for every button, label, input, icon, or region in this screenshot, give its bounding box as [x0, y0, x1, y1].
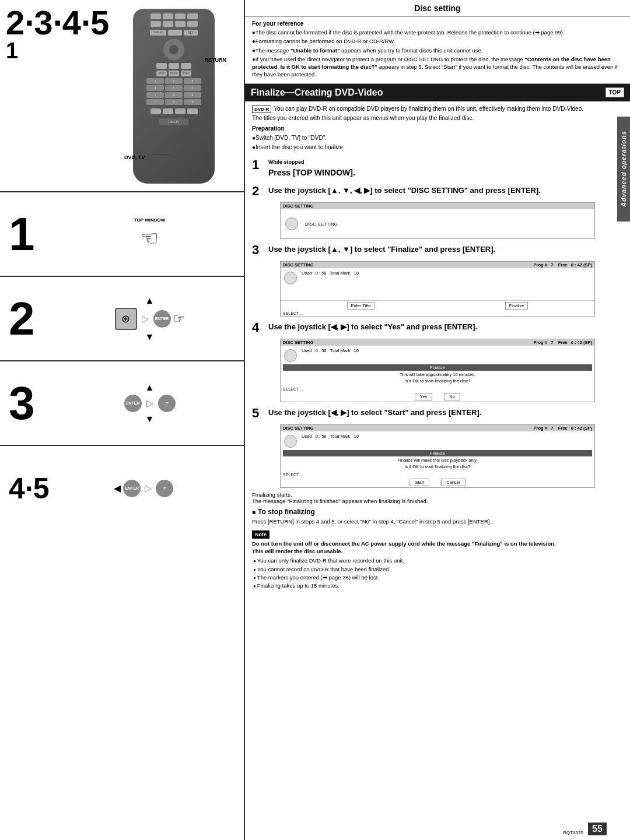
remote-digit-star: *: [146, 99, 164, 105]
instr-step-3-text: Use the joystick [▲, ▼] to select "Final…: [268, 244, 623, 255]
screen-3-select: SELECT ...: [281, 311, 594, 316]
to-stop-text: Press [RETURN] in steps 4 and 5, or sele…: [252, 518, 623, 525]
no-btn[interactable]: No: [444, 393, 460, 400]
arrow-left-step45: ◀: [114, 483, 121, 494]
right-panel: Disc setting For your reference ●The dis…: [245, 0, 630, 840]
finalize-btn[interactable]: Finalize: [505, 302, 528, 310]
note-bullet-2: You cannot record on DVD-R that have bee…: [253, 565, 623, 574]
finalize-title: Finalize—Creating DVD-Video: [251, 87, 383, 98]
remote-btn: [175, 21, 186, 27]
remote-digit-5: 5: [165, 85, 183, 91]
disc-setting-title: Disc setting: [414, 3, 460, 13]
remote-digit-0: 0: [165, 99, 183, 105]
enter-hand-icon: ☞: [165, 401, 169, 406]
screen-2-disc-setting-label: DISC SETTING: [283, 203, 314, 209]
instr-step-4-text: Use the joystick [◀, ▶] to select "Yes" …: [268, 321, 623, 333]
note-bullet-1: You can only finalize DVD-R that were re…: [253, 557, 623, 565]
remote-btn: [187, 13, 198, 19]
remote-body: DISPLAY RET STOP PA: [133, 9, 215, 184]
preparation-title: Preparation: [252, 125, 623, 133]
instr-step-num-4: 4: [252, 321, 265, 334]
arrow-down-step3: ▼: [145, 414, 155, 424]
finalize-header: Finalize—Creating DVD-Video TOP: [245, 84, 630, 101]
note-bullet-4: Finalizing takes up to 15 minutes.: [253, 582, 623, 590]
screen-3-used: Used 0 : 58 Total Mark 10: [302, 270, 359, 276]
return-label: RETURN: [205, 57, 227, 63]
instruction-step-4: 4 Use the joystick [◀, ▶] to select "Yes…: [252, 321, 623, 334]
instruction-step-3: 3 Use the joystick [▲, ▼] to select "Fin…: [252, 244, 623, 256]
hand-icon-step1: ☜: [140, 226, 159, 251]
to-stop-title: To stop finalizing: [252, 508, 623, 516]
remote-btn: [175, 13, 186, 19]
screen-3-prog: Prog # 7 Free 0 : 42 (SP): [534, 262, 592, 268]
screen-5-header: DISC SETTING Prog # 7 Free 0 : 42 (SP): [281, 425, 594, 431]
screen-5-body-text: Finalize will make this disc playback on…: [283, 458, 592, 470]
instr-step-text-2: Use the joystick [▲, ▼, ◀, ▶] to select …: [268, 185, 623, 196]
screen-4-select: SELECT ...: [281, 386, 594, 392]
remote-digit-8: 8: [165, 92, 183, 98]
top-window-label: TOP WINDOW: [134, 217, 165, 223]
dvdr-intro: DVD-RYou can play DVD-R on compatible DV…: [252, 105, 623, 113]
screen-4-yes-no: Yes No: [281, 393, 594, 400]
left-step-2-section: 2 ▲ ⊛ ▷ ENTER ☞ ▼: [0, 277, 244, 361]
screen-2-label: DISC SETTING: [305, 222, 338, 227]
screen-3-footer: Enter Title Finalize: [281, 300, 594, 311]
instruction-step-1: 1 While stopped Press [TOP WINDOW].: [252, 159, 623, 181]
screen-2-body: DISC SETTING: [281, 209, 594, 238]
remote-nav-cluster: [163, 39, 184, 60]
remote-digit-pad: 1 2 3 4 5 6 7 8 9 * 0 #: [146, 78, 201, 105]
disc-icon-step3: [284, 272, 297, 284]
dvdr-badge: DVD-R: [252, 106, 271, 113]
disc-setting-header: Disc setting: [245, 0, 630, 17]
screen-3-body: Used 0 : 58 Total Mark 10: [281, 268, 594, 300]
dvdr-titles-note: The titles you entered with this unit ap…: [252, 114, 623, 122]
finalizing-note-section: Finalizing starts. The message "Finalizi…: [245, 490, 630, 505]
dvdtv-label: DVD, TV: [124, 154, 145, 160]
remote-btn: [169, 63, 179, 69]
instr-step-num-2: 2: [252, 185, 265, 198]
remote-stop-btn: STOP: [156, 71, 167, 76]
screen-4-disc-label: DISC SETTING: [283, 340, 314, 345]
note-bold-line1: Do not turn the unit off or disconnect t…: [252, 540, 556, 547]
enter-hand-icon-45: ☞: [163, 486, 166, 491]
step-2-illustration: ▲ ⊛ ▷ ENTER ☞ ▼: [61, 296, 238, 342]
remote-digit-hash: #: [184, 99, 201, 105]
top-badge: TOP: [606, 87, 624, 97]
arrow-down-icon: ▼: [145, 332, 155, 342]
cancel-btn[interactable]: Cancel: [441, 479, 465, 486]
remote-btn: [150, 21, 161, 27]
instr-step-text-5: Use the joystick [◀, ▶] to select "Start…: [268, 407, 623, 419]
prep-bullet-1: ●Switch [DVD, TV] to "DVD".: [252, 134, 623, 142]
instr-step-num-1: 1: [252, 159, 265, 171]
dvdr-section: DVD-RYou can play DVD-R on compatible DV…: [245, 101, 630, 156]
screen-5-select: SELECT ...: [281, 472, 594, 477]
note-section: Note Do not turn the unit off or disconn…: [245, 528, 630, 593]
instr-step-5-text: Use the joystick [◀, ▶] to select "Start…: [268, 407, 623, 419]
remote-main-numbers: 2·3·4·5: [6, 6, 109, 40]
screen-step-3: DISC SETTING Prog # 7 Free 0 : 42 (SP) U…: [280, 261, 595, 317]
disc-icon-step2: [285, 217, 298, 230]
screen-3-disc-label: DISC SETTING: [283, 262, 314, 268]
remote-digit-2: 2: [165, 78, 183, 84]
remote-dvdtv-switch: DVD▪TV: [159, 118, 188, 125]
step-1-illustration: TOP WINDOW ☜: [61, 217, 238, 251]
remote-btn: [150, 13, 161, 19]
for-ref-bullet-4: ●If you have used the direct navigator t…: [252, 55, 623, 79]
arrow-up-icon: ▲: [145, 296, 155, 306]
yes-btn[interactable]: Yes: [415, 393, 432, 400]
remote-btn: [187, 108, 198, 114]
instruction-step-2: 2 Use the joystick [▲, ▼, ◀, ▶] to selec…: [252, 185, 623, 198]
for-your-reference-section: For your reference ●The disc cannot be f…: [245, 17, 630, 84]
joystick-body-icon: ⊛: [121, 312, 130, 325]
rqt-code: RQT6035: [563, 830, 583, 835]
instr-step-2-text: Use the joystick [▲, ▼, ◀, ▶] to select …: [268, 185, 623, 196]
remote-pause-btn: PAUSE: [169, 71, 179, 76]
start-btn[interactable]: Start: [410, 479, 429, 486]
enter-title-btn[interactable]: Enter Title: [347, 302, 375, 310]
instr-step-num-3: 3: [252, 244, 265, 256]
remote-play-btn: PLAY: [181, 71, 191, 76]
instr-step-text-3: Use the joystick [▲, ▼] to select "Final…: [268, 244, 623, 255]
instruction-step-5: 5 Use the joystick [◀, ▶] to select "Sta…: [252, 407, 623, 420]
while-stopped-label: While stopped: [268, 159, 623, 167]
joystick-center: ⊛: [115, 308, 137, 330]
